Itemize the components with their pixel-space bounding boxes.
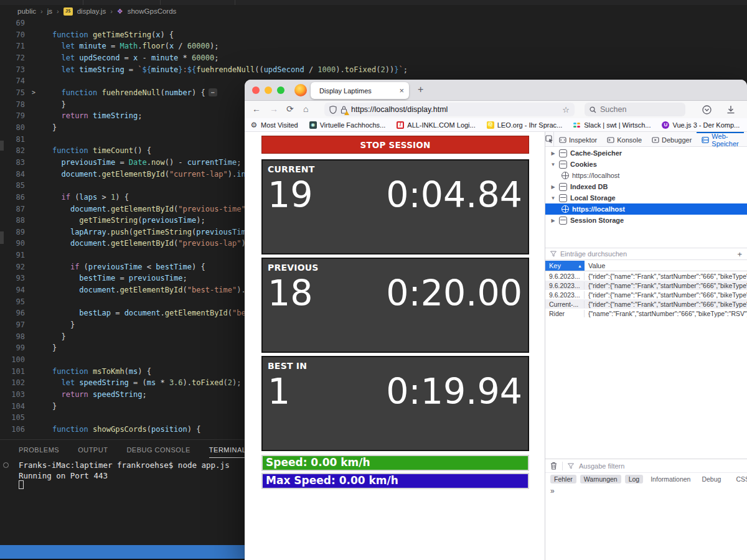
code-token: . <box>147 158 151 167</box>
breadcrumb-item[interactable]: showGpsCords <box>128 7 177 15</box>
code-line[interactable]: 71 let minute = Math.floor(x / 60000); <box>0 40 535 52</box>
chevron-collapsed-icon[interactable]: ▶ <box>550 184 556 190</box>
browser-tab[interactable]: Display Laptimes × <box>311 82 409 99</box>
column-header-value[interactable]: Value <box>585 261 747 271</box>
breadcrumb-item[interactable]: display.js <box>77 7 106 15</box>
console-filter-fehler[interactable]: Fehler <box>550 475 576 483</box>
fold-chevron-icon <box>29 203 39 215</box>
zoom-window-button[interactable] <box>277 86 284 94</box>
pocket-icon[interactable] <box>702 105 712 114</box>
devtools-tab-konsole[interactable]: Konsole <box>602 132 647 146</box>
devtools-tab-web-speicher[interactable]: Web-Speicher <box>697 132 743 146</box>
devtools-tab-debugger[interactable]: Debugger <box>647 132 697 146</box>
fold-chevron-icon <box>29 296 39 308</box>
fold-chevron-icon <box>29 226 39 238</box>
console-filter-log[interactable]: Log <box>625 475 644 483</box>
firefox-logo-icon <box>294 84 307 96</box>
terminal-cursor[interactable] <box>19 480 24 489</box>
chevron-collapsed-icon[interactable]: ▶ <box>550 151 556 156</box>
bookmark-item[interactable]: Slack | swt | Wirtsch... <box>573 121 651 129</box>
lap-panel-label: PREVIOUS <box>268 263 319 273</box>
home-icon[interactable]: ⌂ <box>303 104 308 114</box>
more-tabs-icon[interactable]: » <box>744 132 747 146</box>
console-filter-informationen[interactable]: Informationen <box>647 475 694 483</box>
devtools-tab-inspektor[interactable]: Inspektor <box>554 132 602 146</box>
panel-tab-debug-console[interactable]: DEBUG CONSOLE <box>126 442 190 457</box>
storage-tree-item[interactable]: ▶Indexed DB <box>545 181 747 192</box>
storage-row[interactable]: 9.6.2023...{"rider":{"name":"Frank","sta… <box>545 271 747 281</box>
shield-icon[interactable] <box>329 106 337 114</box>
lock-icon[interactable] <box>341 106 347 114</box>
column-header-key[interactable]: Key ▲ <box>545 261 585 271</box>
bookmark-item[interactable]: ◉Virtuelle Fachhochs... <box>309 121 386 129</box>
console-filter-warnungen[interactable]: Warnungen <box>580 475 621 483</box>
code-token: now <box>151 158 165 167</box>
bookmark-item[interactable]: /ALL-INKL.COM Logi... <box>397 121 475 129</box>
storage-row[interactable]: 9.6.2023...{"rider":{"name":"Frank","sta… <box>545 281 747 290</box>
storage-tree-item[interactable]: ▼Cookies <box>545 159 747 170</box>
code-text: function getTimeString(x) { <box>39 29 174 41</box>
storage-row[interactable]: Rider{"name":"Frank","startNumber":"666"… <box>545 309 747 318</box>
udemy-icon: U <box>662 121 669 129</box>
search-bar[interactable]: Suchen <box>585 103 685 116</box>
code-text: } <box>39 319 75 331</box>
console-filter-debug[interactable]: Debug <box>698 475 725 483</box>
breadcrumb[interactable]: public›js›JSdisplay.js›❖showGpsCords <box>0 5 747 17</box>
chevron-collapsed-icon[interactable]: ▶ <box>550 218 556 223</box>
pick-element-icon[interactable] <box>545 132 554 146</box>
bookmark-item[interactable]: UVue.js 3 - Der Komp... <box>662 121 740 129</box>
code-token <box>52 54 61 62</box>
tab-close-icon[interactable]: × <box>399 86 404 95</box>
trash-icon[interactable] <box>550 462 557 470</box>
breadcrumb-item[interactable]: js <box>47 7 52 15</box>
panel-tab-terminal[interactable]: TERMINAL <box>209 442 247 458</box>
bookmark-item[interactable]: ⚙Most Visited <box>250 121 298 129</box>
console-filter-input[interactable]: Ausgabe filtern <box>579 462 624 470</box>
storage-tree-item[interactable]: ▶Session Storage <box>545 215 747 226</box>
storage-row-value: {"name":"Frank","startNumber":"666","bik… <box>585 310 747 317</box>
close-window-button[interactable] <box>252 86 260 94</box>
breadcrumb-item[interactable]: public <box>17 7 36 15</box>
js-file-icon: JS <box>63 7 73 16</box>
minimize-window-button[interactable] <box>265 86 272 94</box>
storage-tree-item[interactable]: https://localhost <box>545 203 747 215</box>
url-bar[interactable]: https://localhost/display.html ☆ <box>324 103 575 116</box>
code-line[interactable]: 69 <box>0 17 535 29</box>
reload-icon[interactable]: ⟳ <box>286 104 294 114</box>
bookmark-item[interactable]: ♌LEO.org - Ihr Sprac... <box>487 121 563 129</box>
vscode-tab-strip[interactable] <box>0 0 747 5</box>
fold-chevron-icon <box>29 412 39 424</box>
bookmark-star-icon[interactable]: ☆ <box>562 105 570 114</box>
storage-filter-input[interactable]: Einträge durchsuchen <box>560 250 627 258</box>
storage-row[interactable]: Current-...{"rider":{"name":"Frank","sta… <box>545 299 747 309</box>
devtools-tab-label: Web-Speicher <box>712 133 738 147</box>
storage-tree-label: https://localhost <box>572 205 625 213</box>
expand-console-icon[interactable]: » <box>550 487 555 495</box>
panel-tab-output[interactable]: OUTPUT <box>78 442 108 457</box>
download-icon[interactable] <box>726 105 735 114</box>
lap-panel-label: CURRENT <box>268 164 314 174</box>
console-filter-css[interactable]: CSS <box>732 475 747 483</box>
storage-row[interactable]: 9.6.2023...{"rider":{"name":"Frank","sta… <box>545 290 747 299</box>
url-text[interactable]: https://localhost/display.html <box>351 105 558 114</box>
code-token: previousTime <box>88 263 143 271</box>
new-tab-button[interactable]: + <box>418 84 423 95</box>
code-line[interactable]: 72 let updSecond = x - minute * 60000; <box>0 52 535 64</box>
fold-chevron-icon <box>29 273 39 284</box>
code-text: } <box>39 401 57 413</box>
fold-chevron-icon[interactable]: > <box>29 87 39 99</box>
back-icon[interactable]: ← <box>252 104 261 114</box>
code-line[interactable]: 70function getTimeString(x) { <box>0 29 535 41</box>
console-icon <box>607 136 614 144</box>
storage-tree-item[interactable]: ▼Local Storage <box>545 192 747 203</box>
chevron-expanded-icon[interactable]: ▼ <box>550 162 556 167</box>
forward-icon[interactable]: → <box>270 104 278 114</box>
chevron-expanded-icon[interactable]: ▼ <box>550 195 556 201</box>
code-line[interactable]: 73 let timeString = `${minute}:${fuehren… <box>0 64 535 76</box>
stop-session-button[interactable]: STOP SESSION <box>261 136 529 154</box>
storage-tree-item[interactable]: ▶Cache-Speicher <box>545 147 747 159</box>
panel-tab-problems[interactable]: PROBLEMS <box>19 442 59 457</box>
code-token: ( <box>147 425 151 434</box>
add-entry-button[interactable]: + <box>737 250 742 259</box>
storage-tree-item[interactable]: https://localhost <box>545 170 747 181</box>
